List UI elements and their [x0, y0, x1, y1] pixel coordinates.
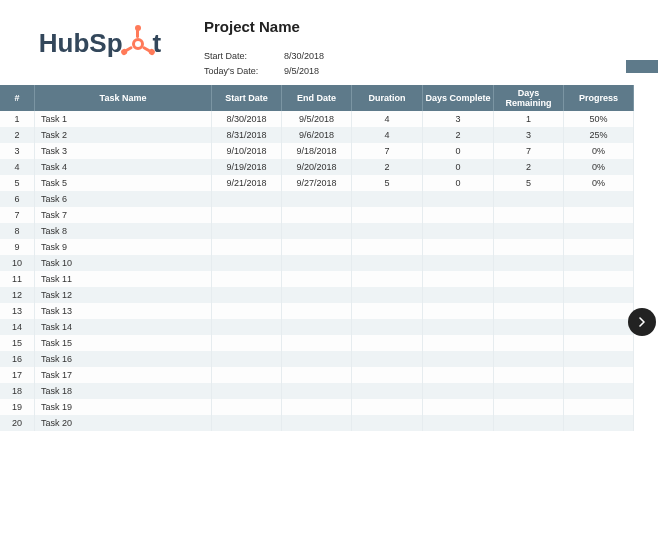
logo: HubSp t	[0, 10, 200, 59]
cell-start	[212, 287, 282, 303]
chevron-right-icon	[637, 317, 647, 327]
next-button[interactable]	[628, 308, 656, 336]
cell-dr	[494, 303, 564, 319]
cell-prog: 0%	[564, 175, 634, 191]
table-header-row: # Task Name Start Date End Date Duration…	[0, 85, 634, 111]
cell-name: Task 5	[35, 175, 212, 191]
cell-dur	[352, 367, 423, 383]
cell-name: Task 19	[35, 399, 212, 415]
cell-dc	[423, 223, 494, 239]
cell-dc: 0	[423, 159, 494, 175]
cell-start	[212, 239, 282, 255]
cell-dur	[352, 303, 423, 319]
table-row: 13Task 13	[0, 303, 634, 319]
cell-dc	[423, 191, 494, 207]
cell-start	[212, 191, 282, 207]
table-row: 10Task 10	[0, 255, 634, 271]
cell-start	[212, 271, 282, 287]
cell-prog	[564, 271, 634, 287]
table-row: 6Task 6	[0, 191, 634, 207]
cell-start	[212, 351, 282, 367]
sprocket-icon	[125, 31, 151, 57]
cell-dc	[423, 399, 494, 415]
cell-dur	[352, 351, 423, 367]
col-daysrem: Days Remaining	[494, 85, 564, 111]
cell-dur: 2	[352, 159, 423, 175]
cell-dur	[352, 255, 423, 271]
cell-dr	[494, 351, 564, 367]
table-row: 11Task 11	[0, 271, 634, 287]
cell-n: 3	[0, 143, 35, 159]
cell-dur	[352, 335, 423, 351]
cell-dur	[352, 383, 423, 399]
cell-prog	[564, 319, 634, 335]
cell-dc: 3	[423, 111, 494, 127]
cell-n: 9	[0, 239, 35, 255]
cell-dr: 5	[494, 175, 564, 191]
cell-end	[282, 303, 352, 319]
cell-dur	[352, 271, 423, 287]
cell-end: 9/18/2018	[282, 143, 352, 159]
cell-name: Task 16	[35, 351, 212, 367]
cell-end	[282, 351, 352, 367]
cell-name: Task 11	[35, 271, 212, 287]
cell-start	[212, 367, 282, 383]
cell-prog	[564, 383, 634, 399]
logo-text-left: HubSp	[39, 28, 123, 59]
cell-n: 19	[0, 399, 35, 415]
cell-dc	[423, 239, 494, 255]
cell-start	[212, 415, 282, 431]
cell-dur	[352, 239, 423, 255]
table-row: 12Task 12	[0, 287, 634, 303]
cell-prog	[564, 207, 634, 223]
cell-n: 12	[0, 287, 35, 303]
cell-dr	[494, 415, 564, 431]
cell-name: Task 1	[35, 111, 212, 127]
cell-end	[282, 319, 352, 335]
cell-start: 9/10/2018	[212, 143, 282, 159]
table-row: 5Task 59/21/20189/27/20185050%	[0, 175, 634, 191]
cell-start	[212, 399, 282, 415]
cell-start: 8/31/2018	[212, 127, 282, 143]
cell-dr	[494, 383, 564, 399]
cell-end	[282, 287, 352, 303]
today-date-value: 9/5/2018	[284, 64, 344, 79]
cell-name: Task 18	[35, 383, 212, 399]
cell-name: Task 4	[35, 159, 212, 175]
cell-name: Task 10	[35, 255, 212, 271]
cell-dr: 2	[494, 159, 564, 175]
cell-dur	[352, 191, 423, 207]
cell-n: 5	[0, 175, 35, 191]
cell-start	[212, 303, 282, 319]
cell-n: 17	[0, 367, 35, 383]
cell-dr	[494, 399, 564, 415]
cell-start	[212, 383, 282, 399]
cell-start: 9/19/2018	[212, 159, 282, 175]
cell-name: Task 6	[35, 191, 212, 207]
cell-dc	[423, 367, 494, 383]
cell-start	[212, 335, 282, 351]
cell-end: 9/6/2018	[282, 127, 352, 143]
table-row: 1Task 18/30/20189/5/201843150%	[0, 111, 634, 127]
cell-dur: 5	[352, 175, 423, 191]
cell-dur	[352, 415, 423, 431]
cell-name: Task 13	[35, 303, 212, 319]
cell-end	[282, 271, 352, 287]
task-table: # Task Name Start Date End Date Duration…	[0, 85, 634, 431]
table-row: 4Task 49/19/20189/20/20182020%	[0, 159, 634, 175]
cell-n: 13	[0, 303, 35, 319]
cell-n: 14	[0, 319, 35, 335]
cell-dc	[423, 319, 494, 335]
cell-end	[282, 207, 352, 223]
cell-dr: 1	[494, 111, 564, 127]
cell-dc	[423, 303, 494, 319]
cell-dur	[352, 399, 423, 415]
col-dayscomp: Days Complete	[423, 85, 494, 111]
cell-prog	[564, 255, 634, 271]
cell-dr	[494, 207, 564, 223]
today-date-label: Today's Date:	[204, 64, 284, 79]
cell-end: 9/20/2018	[282, 159, 352, 175]
cell-dr	[494, 255, 564, 271]
col-progress: Progress	[564, 85, 634, 111]
cell-prog	[564, 367, 634, 383]
